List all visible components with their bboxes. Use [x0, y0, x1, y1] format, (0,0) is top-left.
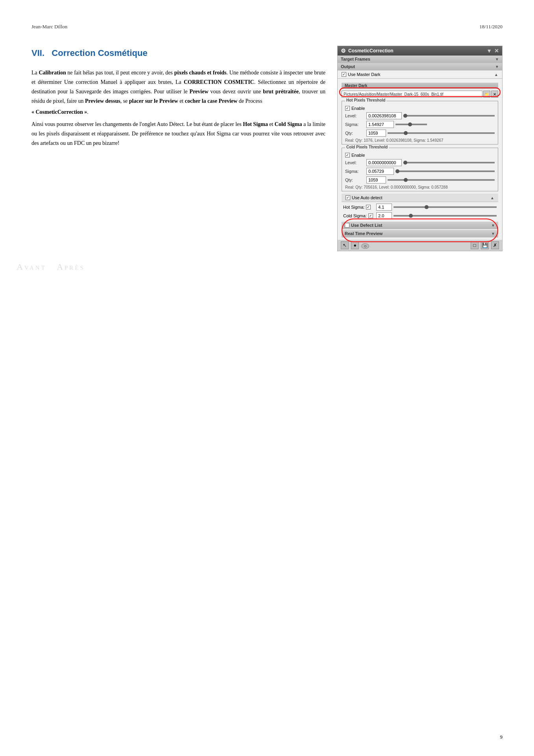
hot-qty-slider[interactable]: [388, 132, 495, 134]
output-header[interactable]: Output ▼: [338, 63, 502, 70]
ellipse-tool-btn[interactable]: ○: [361, 243, 369, 249]
hot-qty-row: Qty:: [345, 130, 495, 137]
pi-titlebar: ⚙ CosmeticCorrection ▼ ✕: [338, 46, 502, 56]
cold-enable-label: Enable: [351, 153, 365, 158]
target-frames-label: Target Frames: [341, 57, 370, 61]
output-section: Output ▼: [338, 63, 502, 70]
target-frames-section: Target Frames ▼: [338, 56, 502, 63]
auto-detect-section: ✓ Use Auto detect ▲ Hot Sigma: ✓: [342, 194, 498, 219]
pi-bottom-toolbar: ↖ ● ○ □ 💾 ✗: [338, 240, 502, 251]
avant-label: Avant: [17, 262, 46, 272]
hot-sigma-ctrl-label: Hot Sigma:: [343, 205, 364, 209]
cold-level-label: Level:: [345, 160, 365, 165]
circle-tool-btn[interactable]: ●: [351, 241, 359, 249]
use-defect-list-header[interactable]: Use Defect List ▼: [342, 222, 498, 229]
hot-sigma-slider[interactable]: [395, 124, 427, 125]
cold-enable-row: ✓ Enable: [345, 153, 495, 158]
arrow-tool-btn[interactable]: ↖: [341, 241, 349, 249]
date: 18/11/2020: [479, 24, 503, 30]
real-time-preview-arrow: ▼: [491, 232, 495, 236]
page-number: 9: [500, 734, 503, 740]
hot-pixels-group: Hot Pixels Threshold ✓ Enable Level:: [342, 101, 498, 145]
cold-sigma-value-slider[interactable]: [394, 215, 497, 217]
target-frames-arrow: ▼: [495, 57, 499, 61]
preview-dessus-bold: Preview dessus: [85, 98, 120, 104]
auto-detect-arrow: ▲: [490, 196, 494, 200]
close-icon[interactable]: ✕: [494, 48, 499, 54]
cold-sigma-checkbox[interactable]: ✓: [368, 213, 373, 218]
preview3-bold: Preview: [159, 98, 178, 104]
target-frames-header[interactable]: Target Frames ▼: [338, 56, 502, 63]
master-dark-header: Master Dark: [342, 83, 498, 89]
cold-pixels-title: Cold Pixels Threshold: [345, 145, 389, 149]
hot-sigma-input[interactable]: [366, 121, 394, 128]
author: Jean-Marc Dillon: [31, 24, 67, 30]
hot-qty-input[interactable]: [366, 130, 386, 137]
output-arrow: ▼: [495, 65, 499, 69]
hot-level-label: Level:: [345, 113, 365, 118]
cold-real-qty: Real: Qty: 705616, Level: 0.0000000000, …: [345, 185, 495, 189]
cold-pixels-group: Cold Pixels Threshold ✓ Enable Level:: [342, 148, 498, 191]
cold-level-row: Level:: [345, 159, 495, 166]
preview4-bold: Preview: [218, 98, 237, 104]
use-defect-list-section: Use Defect List ▼: [342, 222, 498, 229]
save-btn[interactable]: 💾: [481, 241, 489, 249]
preview-bold: Preview: [190, 89, 209, 94]
hot-sigma-row: Sigma:: [345, 121, 495, 128]
hot-qty-label: Qty:: [345, 131, 365, 135]
master-dark-label: Master Dark: [345, 83, 367, 88]
window-title: CosmeticCorrection: [348, 48, 394, 54]
use-auto-detect-row: ✓ Use Auto detect ▲: [342, 194, 498, 202]
page-header: Jean-Marc Dillon 18/11/2020: [31, 24, 503, 30]
use-master-dark-arrow: ▲: [494, 72, 498, 77]
cosmeticcorrection-bold: « CosmeticCorrection »: [31, 109, 87, 115]
gear-icon: ⚙: [341, 48, 346, 54]
pi-window: ⚙ CosmeticCorrection ▼ ✕ Target Frames ▼: [337, 46, 503, 251]
hot-sigma-bold: Hot Sigma: [243, 121, 268, 127]
cold-sigma-label-ui: Sigma:: [345, 169, 365, 174]
calibration-bold: Calibration: [39, 70, 66, 76]
cold-sigma-ctrl-label: Cold Sigma:: [343, 213, 367, 218]
hot-sigma-value-input[interactable]: [376, 204, 392, 211]
cold-level-slider[interactable]: [403, 162, 495, 163]
hot-sigma-checkbox[interactable]: ✓: [366, 205, 371, 209]
hot-enable-label: Enable: [351, 106, 365, 111]
defect-list-arrow: ▼: [491, 223, 495, 228]
hot-real-qty: Real: Qty: 1076, Level: 0.0026398108, Si…: [345, 138, 495, 143]
cocher-bold: cocher la case: [185, 98, 217, 104]
hot-enable-checkbox[interactable]: ✓: [345, 106, 350, 111]
hot-level-slider[interactable]: [403, 115, 495, 117]
use-master-dark-checkbox[interactable]: ✓: [342, 72, 346, 77]
left-column: VII. Correction Cosmétique La Calibratio…: [31, 46, 325, 251]
execute-btn[interactable]: ✗: [491, 241, 499, 249]
real-time-preview-header[interactable]: Real Time Preview ▼: [342, 230, 498, 237]
cold-enable-checkbox[interactable]: ✓: [345, 153, 350, 158]
right-column: ⚙ CosmeticCorrection ▼ ✕ Target Frames ▼: [337, 46, 503, 251]
cold-sigma-input[interactable]: [366, 168, 394, 175]
cold-qty-input[interactable]: [366, 176, 386, 183]
cold-qty-slider[interactable]: [388, 179, 495, 181]
cold-sigma-value-input[interactable]: [376, 212, 392, 219]
browse-button[interactable]: 📁: [483, 91, 490, 98]
hot-sigma-value-slider[interactable]: [394, 206, 497, 208]
minimize-icon[interactable]: ▼: [486, 48, 492, 54]
main-content: VII. Correction Cosmétique La Calibratio…: [31, 46, 503, 251]
hot-enable-row: ✓ Enable: [345, 106, 495, 111]
square-btn[interactable]: □: [471, 241, 479, 249]
cold-level-input[interactable]: [366, 159, 402, 166]
use-defect-list-checkbox[interactable]: [345, 223, 349, 228]
hot-level-input[interactable]: [366, 112, 402, 119]
master-dark-path-input[interactable]: [342, 91, 482, 98]
use-auto-detect-checkbox[interactable]: ✓: [346, 195, 350, 200]
use-auto-detect-label: Use Auto detect: [352, 195, 382, 200]
use-master-dark-label: Use Master Dark: [348, 72, 381, 77]
real-time-preview-label: Real Time Preview: [345, 231, 382, 236]
paragraph-3: Ainsi vous pourrez observer les changeme…: [31, 120, 325, 148]
cold-sigma-ctrl-row: Cold Sigma: ✓: [342, 212, 498, 219]
clear-button[interactable]: ✕: [491, 91, 498, 98]
pixels-chauds-bold: pixels chauds et froids: [174, 70, 227, 76]
use-master-dark-row: ✓ Use Master Dark ▲: [338, 70, 502, 79]
use-defect-list-label: Use Defect List: [351, 223, 382, 228]
master-dark-content: Master Dark 📁 ✕ Hot Pixels Threshold: [338, 79, 502, 240]
cold-sigma-slider[interactable]: [395, 170, 495, 172]
